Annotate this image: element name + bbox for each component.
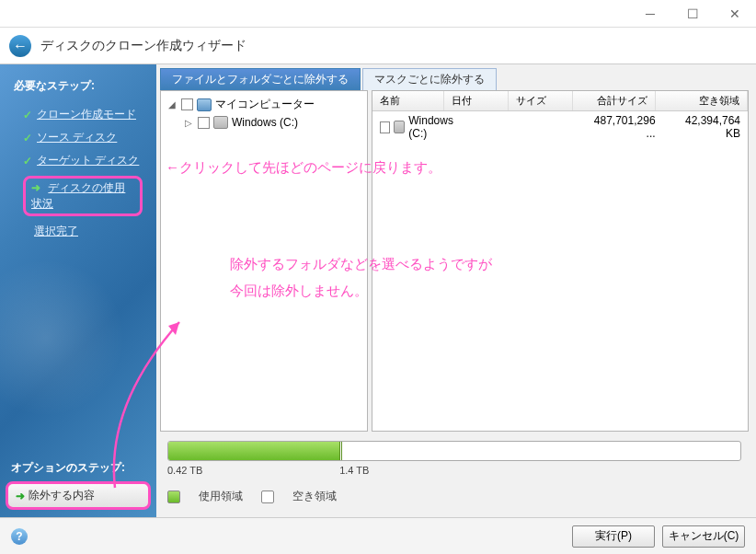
progress-fill [168,442,340,460]
sidebar-item-clone-mode[interactable]: ✓ クローン作成モード [0,103,156,126]
legend: 使用領域 空き領域 [160,479,749,514]
drive-icon [213,116,228,129]
col-name[interactable]: 名前 [372,91,444,110]
sidebar-section-optional: オプションのステップ: [0,456,156,480]
tree-panel: ◢ マイコンピューター ▷ Windows (C:) [160,90,368,432]
tree-label: Windows (C:) [232,116,298,129]
progress-bar [167,441,741,461]
legend-used-icon [167,491,180,503]
help-button[interactable]: ? [11,528,28,545]
tab-exclude-by-file[interactable]: ファイルとフォルダごとに除外する [160,68,361,90]
cell-free: 42,394,764 KB [663,114,748,140]
content-area: ファイルとフォルダごとに除外する マスクごとに除外する ◢ マイコンピューター … [156,64,756,517]
check-icon: ✓ [23,155,32,167]
tree-label: マイコンピューター [215,97,315,112]
sidebar-item-label: 除外する内容 [29,488,95,503]
computer-icon [197,98,212,111]
progress-used-label: 0.42 TB [167,465,339,476]
col-size[interactable]: サイズ [509,91,573,110]
sidebar-item-exclude-content[interactable]: ➜ 除外する内容 [6,481,151,510]
sidebar-item-disk-usage[interactable]: ➜ ディスクの使用状況 [0,172,156,220]
sidebar-item-target-disk[interactable]: ✓ ターゲット ディスク [0,149,156,172]
drive-icon [394,121,406,133]
back-button[interactable]: ← [9,35,31,57]
checkbox[interactable] [380,121,389,133]
checkbox[interactable] [181,98,193,110]
legend-free-icon [261,491,274,503]
footer: ? 実行(P) キャンセル(C) [0,517,756,554]
expander-icon[interactable]: ▷ [185,118,194,128]
tab-exclude-by-mask[interactable]: マスクごとに除外する [362,68,497,90]
col-total[interactable]: 合計サイズ [573,91,656,110]
maximize-button[interactable]: ☐ [671,0,714,28]
sidebar-item-label: ターゲット ディスク [37,153,139,168]
execute-button[interactable]: 実行(P) [572,525,655,548]
grid-panel: 名前 日付 サイズ 合計サイズ 空き領域 Windows (C:) [372,90,749,432]
tab-bar: ファイルとフォルダごとに除外する マスクごとに除外する [160,68,749,90]
sidebar-item-selection-done[interactable]: 選択完了 [0,220,156,243]
progress-total-label: 1.4 TB [339,465,369,476]
sidebar: 必要なステップ: ✓ クローン作成モード ✓ ソース ディスク ✓ ターゲット … [0,64,156,517]
cancel-button[interactable]: キャンセル(C) [662,525,745,548]
window-title: ディスクのクローン作成ウィザード [40,38,246,54]
tree-child[interactable]: ▷ Windows (C:) [165,114,363,131]
sidebar-item-label: 選択完了 [34,224,78,239]
cell-name: Windows (C:) [408,114,459,140]
arrow-icon: ➜ [16,490,25,502]
checkbox[interactable] [198,117,210,129]
cell-total: 487,701,296 ... [586,114,662,140]
sidebar-item-source-disk[interactable]: ✓ ソース ディスク [0,126,156,149]
check-icon: ✓ [23,132,32,144]
progress-area: 0.42 TB 1.4 TB [160,432,749,479]
legend-used-label: 使用領域 [199,489,243,504]
title-bar: ─ ☐ ✕ [0,0,756,28]
arrow-icon: ➜ [31,181,40,194]
check-icon: ✓ [23,109,32,121]
col-date[interactable]: 日付 [444,91,509,110]
sidebar-item-label: ディスクの使用状況 [31,181,125,210]
minimize-button[interactable]: ─ [629,0,671,28]
grid-header: 名前 日付 サイズ 合計サイズ 空き領域 [372,91,748,111]
tree-root[interactable]: ◢ マイコンピューター [165,95,363,114]
back-arrow-icon: ← [13,38,28,54]
header: ← ディスクのクローン作成ウィザード [0,28,756,64]
sidebar-item-label: ソース ディスク [37,130,117,145]
sidebar-section-required: 必要なステップ: [0,74,156,98]
close-button[interactable]: ✕ [714,0,756,28]
expander-icon[interactable]: ◢ [168,99,178,110]
highlight-box: ➜ ディスクの使用状況 [23,176,143,216]
sidebar-item-label: クローン作成モード [37,107,136,122]
grid-row[interactable]: Windows (C:) 487,701,296 ... 42,394,764 … [372,111,748,143]
col-free[interactable]: 空き領域 [656,91,748,110]
legend-free-label: 空き領域 [292,489,337,504]
